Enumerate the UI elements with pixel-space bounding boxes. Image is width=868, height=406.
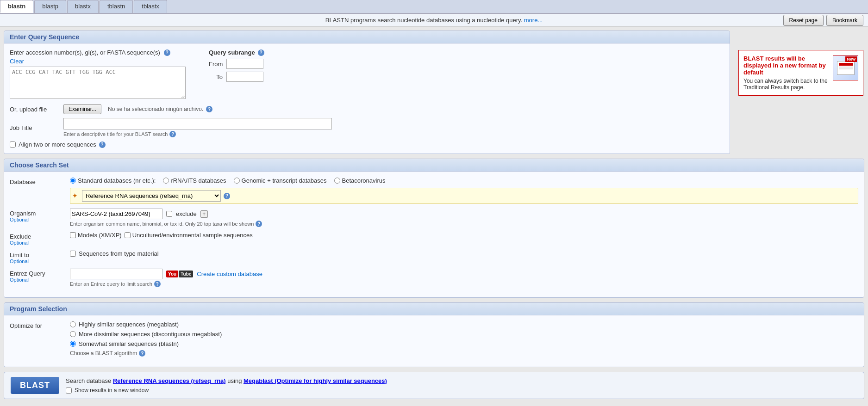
entrez-help-icon[interactable]: ?	[154, 281, 161, 287]
top-buttons: Reset page Bookmark	[783, 15, 863, 26]
from-input[interactable]	[226, 59, 263, 69]
to-label: To	[209, 74, 223, 80]
tab-tblastx[interactable]: tblastx	[134, 0, 167, 13]
blast-button[interactable]: BLAST	[11, 377, 59, 394]
job-title-input[interactable]	[63, 118, 332, 129]
show-new-label: Show results in a new window	[75, 387, 149, 394]
subrange-help-icon[interactable]: ?	[258, 49, 264, 56]
entrez-input[interactable]	[70, 269, 162, 279]
info-bar-text: BLASTN programs search nucleotide databa…	[325, 17, 522, 24]
youtube-logo: YouTube	[166, 271, 193, 277]
tab-bar: blastn blastp blastx tblastn tblastx	[0, 0, 868, 14]
query-label: Enter accession number(s), gi(s), or FAS…	[10, 49, 160, 56]
db-radio-rrna[interactable]: rRNA/ITS databases	[163, 177, 226, 184]
db-radio-standard[interactable]: Standard databases (nr etc.):	[70, 177, 156, 184]
job-title-label: Job Title	[10, 124, 61, 131]
db-radio-betacorona[interactable]: Betacoronavirus	[334, 177, 386, 184]
search-set-section: Choose Search Set Database Standard data…	[4, 159, 864, 298]
job-title-help-icon[interactable]: ?	[169, 131, 176, 137]
organism-label: Organism Optional	[10, 209, 70, 222]
exclude-organism-checkbox[interactable]	[166, 211, 172, 217]
subrange-label: Query subrange	[209, 49, 255, 56]
entrez-label: Entrez Query Optional	[10, 269, 70, 283]
db-select-help-icon[interactable]: ?	[224, 193, 230, 199]
add-organism-button[interactable]: +	[200, 210, 208, 218]
blast-description: Search database Reference RNA sequences …	[66, 377, 387, 384]
organism-help-icon[interactable]: ?	[256, 221, 262, 227]
exclude-label: Exclude Optional	[10, 232, 70, 246]
db-indicator: ✦	[72, 192, 77, 199]
blast-algo-link[interactable]: Megablast (Optimize for highly similar s…	[244, 377, 387, 384]
upload-help-icon[interactable]: ?	[206, 106, 212, 112]
subrange-section: Query subrange ? From To	[209, 49, 264, 82]
upload-button[interactable]: Examinar...	[63, 104, 101, 114]
db-label: Database	[10, 177, 70, 185]
job-title-hint: Enter a descriptive title for your BLAST…	[63, 131, 168, 137]
info-box-title: BLAST results will be displayed in a new…	[743, 55, 828, 76]
query-section-header: Enter Query Sequence	[4, 31, 730, 43]
blast-bar: BLAST Search database Reference RNA sequ…	[4, 372, 864, 399]
opt-discontiguous[interactable]: More dissimilar sequences (discontiguous…	[70, 331, 858, 338]
to-input[interactable]	[226, 72, 263, 82]
info-bar: BLASTN programs search nucleotide databa…	[0, 14, 868, 27]
db-select[interactable]: Reference RNA sequences (refseq_rna)	[82, 190, 221, 202]
algo-hint: Choose a BLAST algorithm	[70, 350, 137, 357]
from-label: From	[209, 61, 223, 68]
optimize-label: Optimize for	[10, 321, 70, 329]
opt-blastn[interactable]: Somewhat similar sequences (blastn)	[70, 340, 858, 347]
tab-tblastn[interactable]: tblastn	[100, 0, 133, 13]
blast-db-link[interactable]: Reference RNA sequences (refseq_rna)	[113, 377, 226, 384]
bookmark-button[interactable]: Bookmark	[826, 15, 863, 26]
show-new-checkbox[interactable]	[66, 388, 72, 394]
info-box-image: New	[833, 55, 858, 80]
algo-help-icon[interactable]: ?	[139, 350, 145, 357]
create-db-link[interactable]: Create custom database	[197, 271, 262, 277]
db-radio-genomic[interactable]: Genomic + transcript databases	[234, 177, 327, 184]
reset-button[interactable]: Reset page	[783, 15, 824, 26]
align-label: Align two or more sequences	[19, 141, 96, 148]
align-checkbox[interactable]	[10, 141, 16, 148]
opt-megablast[interactable]: Highly similar sequences (megablast)	[70, 321, 858, 328]
clear-link[interactable]: Clear	[10, 58, 24, 65]
query-help-icon[interactable]: ?	[164, 49, 170, 56]
query-section: Enter Query Sequence Enter accession num…	[4, 31, 730, 154]
exclude-label-inline: exclude	[176, 210, 197, 217]
organism-hint: Enter organism common name, binomial, or…	[70, 221, 254, 227]
no-file-text: No se ha seleccionado ningún archivo.	[108, 106, 203, 112]
align-help-icon[interactable]: ?	[99, 141, 106, 148]
exclude-uncultured[interactable]: Uncultured/environmental sample sequence…	[125, 232, 253, 239]
limit-label: Limit to Optional	[10, 250, 70, 264]
organism-input[interactable]	[70, 209, 162, 219]
limit-type-material[interactable]: Sequences from type material	[70, 250, 858, 257]
tab-blastp[interactable]: blastp	[34, 0, 66, 13]
more-link[interactable]: more...	[524, 17, 543, 24]
entrez-hint: Enter an Entrez query to limit search	[70, 281, 152, 287]
tab-blastn[interactable]: blastn	[0, 0, 33, 13]
query-textarea[interactable]	[10, 67, 186, 99]
upload-label: Or, upload file	[10, 106, 61, 113]
exclude-models[interactable]: Models (XM/XP)	[70, 232, 122, 239]
program-section-header: Program Selection	[4, 303, 864, 315]
tab-blastx[interactable]: blastx	[67, 0, 99, 13]
info-box-body: You can always switch back to the Tradit…	[743, 78, 828, 91]
program-section: Program Selection Optimize for Highly si…	[4, 302, 864, 367]
info-box: BLAST results will be displayed in a new…	[738, 50, 863, 96]
search-set-header: Choose Search Set	[4, 159, 864, 172]
new-badge: New	[845, 56, 857, 62]
